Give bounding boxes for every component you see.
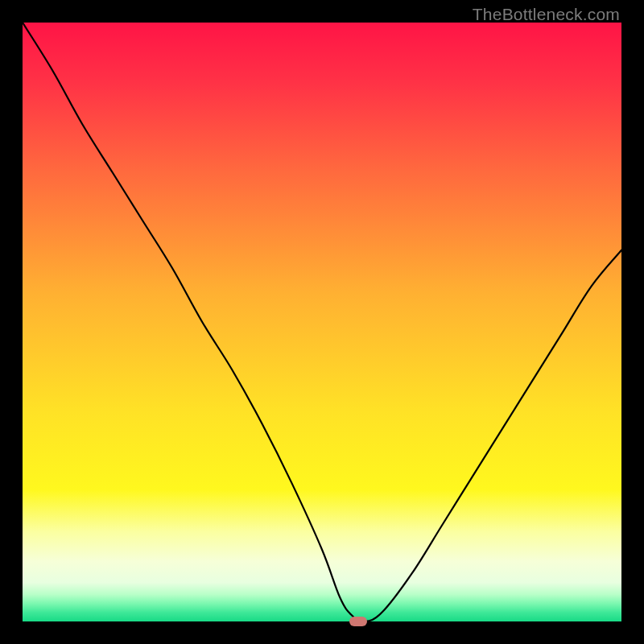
plot-area	[23, 23, 621, 621]
watermark-text: TheBottleneck.com	[473, 5, 620, 24]
bottleneck-curve	[23, 23, 621, 621]
chart-frame: TheBottleneck.com	[0, 0, 644, 644]
optimal-point-marker	[349, 617, 367, 626]
